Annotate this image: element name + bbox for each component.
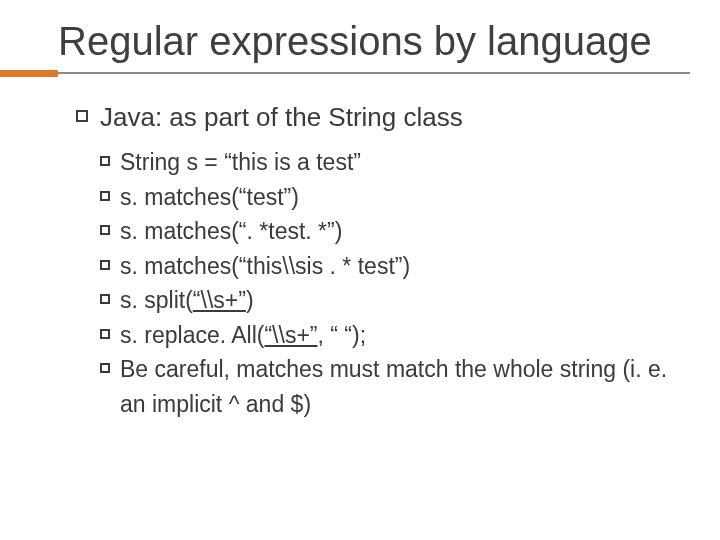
sub-bullet-list: String s = “this is a test” s. matches(“… <box>100 145 690 421</box>
title-underline <box>0 70 720 74</box>
list-item-text: String s = “this is a test” <box>120 149 361 175</box>
bullet-level1: Java: as part of the String class <box>76 102 690 133</box>
list-item-pre: s. replace. All( <box>120 322 264 348</box>
list-item: s. matches(“test”) <box>100 180 690 215</box>
list-item-text: s. matches(“test”) <box>120 184 299 210</box>
list-item: s. matches(“this\\sis . * test”) <box>100 249 690 284</box>
list-item: s. replace. All(“\\s+”, “ “); <box>100 318 690 353</box>
list-item: Be careful, matches must match the whole… <box>100 352 690 421</box>
slide-title: Regular expressions by language <box>58 18 658 64</box>
list-item-text: s. matches(“. *test. *”) <box>120 218 342 244</box>
slide: Regular expressions by language Java: as… <box>0 18 720 540</box>
list-item: String s = “this is a test” <box>100 145 690 180</box>
content-area: Java: as part of the String class String… <box>76 102 690 421</box>
list-item-quoted: “\\s+” <box>264 322 317 348</box>
list-item-post: ) <box>246 287 254 313</box>
accent-bar <box>0 70 58 77</box>
list-item-quoted: “\\s+” <box>193 287 246 313</box>
list-item-pre: s. split( <box>120 287 193 313</box>
list-item: s. matches(“. *test. *”) <box>100 214 690 249</box>
list-item: s. split(“\\s+”) <box>100 283 690 318</box>
list-item-text: Be careful, matches must match the whole… <box>120 356 667 417</box>
list-item-text: s. matches(“this\\sis . * test”) <box>120 253 410 279</box>
divider-line <box>58 72 690 74</box>
list-item-post: , “ “); <box>317 322 366 348</box>
